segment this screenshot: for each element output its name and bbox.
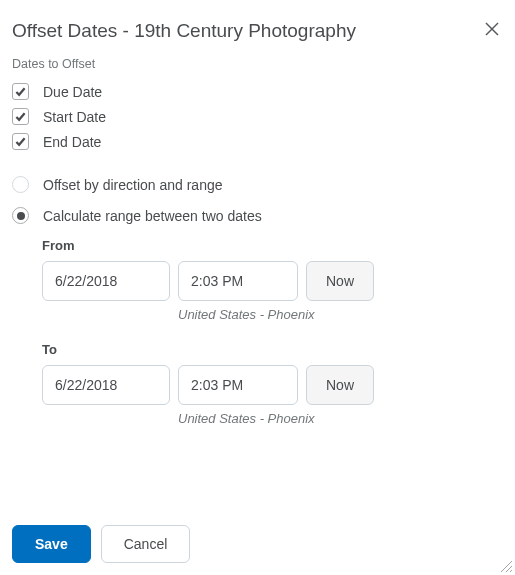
close-icon bbox=[485, 22, 499, 36]
checkbox-row-start-date: Start Date bbox=[12, 108, 503, 125]
to-input-row: Now bbox=[42, 365, 503, 405]
checkbox-row-due-date: Due Date bbox=[12, 83, 503, 100]
to-date-input[interactable] bbox=[42, 365, 170, 405]
from-input-row: Now bbox=[42, 261, 503, 301]
calculate-range-label[interactable]: Calculate range between two dates bbox=[43, 208, 262, 224]
offset-checkbox-group: Due Date Start Date End Date bbox=[12, 83, 503, 150]
from-timezone: United States - Phoenix bbox=[178, 307, 503, 322]
calculate-range-radio[interactable] bbox=[12, 207, 29, 224]
from-now-button[interactable]: Now bbox=[306, 261, 374, 301]
resize-icon bbox=[497, 557, 513, 573]
check-icon bbox=[15, 111, 26, 122]
save-button[interactable]: Save bbox=[12, 525, 91, 563]
from-date-input[interactable] bbox=[42, 261, 170, 301]
offset-mode-radio-group: Offset by direction and range Calculate … bbox=[12, 176, 503, 224]
check-icon bbox=[15, 86, 26, 97]
offset-by-direction-radio[interactable] bbox=[12, 176, 29, 193]
cancel-button[interactable]: Cancel bbox=[101, 525, 191, 563]
to-label: To bbox=[42, 342, 503, 357]
dialog-title: Offset Dates - 19th Century Photography bbox=[12, 20, 356, 42]
dialog-header: Offset Dates - 19th Century Photography bbox=[12, 18, 503, 43]
dates-to-offset-label: Dates to Offset bbox=[12, 57, 503, 71]
radio-row-by-direction: Offset by direction and range bbox=[12, 176, 503, 193]
check-icon bbox=[15, 136, 26, 147]
resize-handle[interactable] bbox=[497, 557, 513, 573]
svg-line-2 bbox=[501, 561, 512, 572]
due-date-label[interactable]: Due Date bbox=[43, 84, 102, 100]
start-date-label[interactable]: Start Date bbox=[43, 109, 106, 125]
end-date-checkbox[interactable] bbox=[12, 133, 29, 150]
from-block: From Now United States - Phoenix bbox=[42, 238, 503, 322]
to-time-input[interactable] bbox=[178, 365, 298, 405]
due-date-checkbox[interactable] bbox=[12, 83, 29, 100]
from-label: From bbox=[42, 238, 503, 253]
calculate-range-section: From Now United States - Phoenix To Now … bbox=[42, 238, 503, 426]
from-time-input[interactable] bbox=[178, 261, 298, 301]
to-timezone: United States - Phoenix bbox=[178, 411, 503, 426]
dialog-footer: Save Cancel bbox=[12, 525, 503, 563]
end-date-label[interactable]: End Date bbox=[43, 134, 101, 150]
offset-by-direction-label[interactable]: Offset by direction and range bbox=[43, 177, 223, 193]
to-block: To Now United States - Phoenix bbox=[42, 342, 503, 426]
svg-line-4 bbox=[510, 570, 512, 572]
checkbox-row-end-date: End Date bbox=[12, 133, 503, 150]
to-now-button[interactable]: Now bbox=[306, 365, 374, 405]
offset-dates-dialog: Offset Dates - 19th Century Photography … bbox=[0, 0, 515, 575]
start-date-checkbox[interactable] bbox=[12, 108, 29, 125]
radio-row-calculate-range: Calculate range between two dates bbox=[12, 207, 503, 224]
close-button[interactable] bbox=[481, 18, 503, 43]
